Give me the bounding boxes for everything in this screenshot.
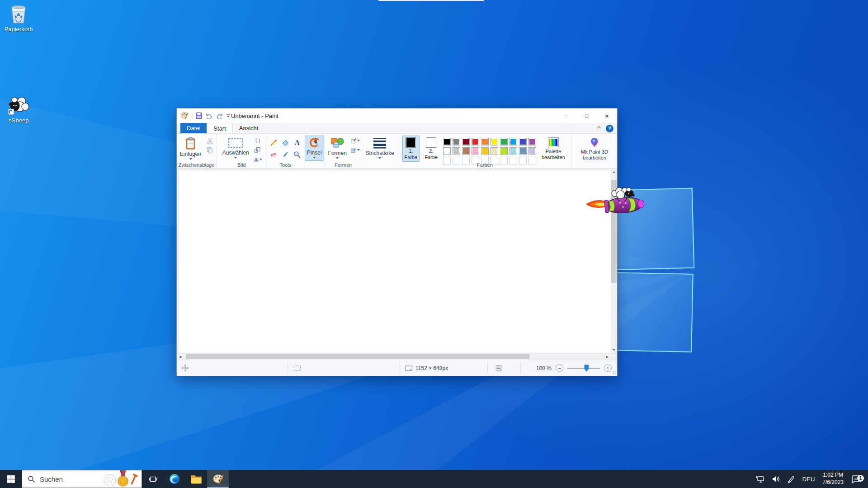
shape-fill-icon (350, 147, 357, 153)
palette-swatch[interactable] (481, 147, 489, 155)
stroke-size-button[interactable]: Strichstärke (363, 136, 396, 161)
taskbar-item-paint[interactable] (207, 470, 229, 488)
stroke-size-caret (378, 157, 381, 159)
palette-swatch[interactable] (491, 138, 498, 145)
palette-swatch[interactable] (500, 147, 508, 155)
taskbar-search[interactable] (22, 470, 142, 488)
resize-button[interactable] (252, 146, 263, 154)
desktop-icon-papierkorb[interactable]: Papierkorb (1, 4, 36, 33)
shapes-button[interactable]: Formen (326, 136, 349, 160)
select-dropdown-caret (234, 157, 237, 159)
paste-button[interactable]: Einfügen (178, 136, 203, 161)
clock[interactable]: 1:02 PM 7/6/2023 (819, 472, 847, 486)
tab-start[interactable]: Start (207, 123, 232, 133)
magnifier-tool[interactable] (292, 149, 302, 160)
save-icon[interactable] (195, 112, 203, 119)
desktop-icon-esheep[interactable]: eSheep (1, 93, 36, 124)
desktop: Papierkorb eSheep (0, 0, 868, 488)
zoom-slider-thumb[interactable] (584, 365, 589, 372)
scissors-icon (207, 137, 213, 144)
esheep-rocket-character[interactable] (585, 185, 645, 217)
palette-swatch[interactable] (519, 147, 527, 155)
palette-swatch[interactable] (453, 147, 460, 155)
maximize-button[interactable]: □ (576, 108, 597, 123)
pen-tray-button[interactable] (783, 470, 798, 488)
language-indicator[interactable]: DEU (798, 476, 819, 483)
shape-outline-button[interactable] (350, 136, 361, 145)
palette-swatch[interactable] (443, 147, 451, 155)
ribbon-group-tools: A (267, 134, 304, 168)
edit-palette-button[interactable]: Palette bearbeiten (539, 136, 567, 160)
eyedropper-icon (282, 151, 289, 158)
resize-grip[interactable] (613, 371, 616, 375)
color-picker-tool[interactable] (280, 149, 290, 160)
magnifier-icon (293, 151, 301, 158)
palette-swatch[interactable] (472, 147, 479, 155)
horizontal-scroll-thumb[interactable] (186, 354, 529, 359)
palette-swatch[interactable] (491, 147, 498, 155)
taskbar-item-file-explorer[interactable] (185, 470, 207, 488)
scroll-right-icon[interactable]: ▶ (604, 353, 611, 360)
close-button[interactable]: × (597, 108, 617, 123)
tab-datei[interactable]: Datei (180, 123, 207, 133)
customize-qat-dropdown-icon[interactable] (226, 113, 231, 118)
search-icon (28, 475, 35, 483)
color1-button[interactable]: 1. Farbe (402, 136, 420, 162)
color2-button[interactable]: 2. Farbe (423, 136, 440, 162)
palette-swatch[interactable] (453, 138, 460, 145)
scroll-down-icon[interactable]: ▼ (611, 347, 617, 353)
select-button[interactable]: Auswählen (220, 136, 251, 160)
pencil-tool[interactable] (269, 137, 278, 148)
desktop-icon-label: Papierkorb (5, 26, 33, 33)
palette-swatch[interactable] (462, 147, 470, 155)
brush-icon (308, 137, 321, 149)
edit-paint3d-button[interactable]: Mit Paint 3D bearbeiten (575, 136, 614, 161)
palette-swatch[interactable] (500, 138, 508, 145)
cut-button[interactable] (204, 136, 215, 145)
start-button[interactable] (0, 470, 22, 488)
shortcut-arrow-icon (8, 109, 14, 115)
eraser-icon (270, 151, 277, 158)
brush-label: Pinsel (307, 150, 322, 156)
eraser-tool[interactable] (269, 149, 278, 160)
taskbar-item-edge[interactable] (164, 470, 185, 488)
search-highlight-art[interactable] (103, 470, 138, 488)
palette-swatch[interactable] (509, 147, 517, 155)
text-tool-icon: A (295, 139, 300, 147)
search-input[interactable] (40, 475, 98, 483)
palette-swatch[interactable] (481, 138, 489, 145)
zoom-in-button[interactable]: + (604, 364, 612, 372)
notification-badge: 1 (857, 475, 864, 482)
palette-swatch[interactable] (509, 138, 517, 145)
brush-button[interactable]: Pinsel (305, 136, 324, 161)
help-icon[interactable]: ? (606, 125, 613, 132)
palette-swatch[interactable] (443, 138, 451, 145)
text-tool[interactable]: A (292, 137, 302, 148)
scroll-left-icon[interactable]: ◀ (177, 353, 184, 360)
minimize-button[interactable]: − (556, 108, 576, 123)
crop-button[interactable] (252, 136, 263, 145)
scroll-up-icon[interactable]: ▲ (611, 169, 617, 175)
paint-canvas[interactable] (179, 171, 611, 353)
zoom-level-text: 100 % (536, 365, 552, 371)
volume-tray-button[interactable] (768, 470, 783, 488)
action-center-button[interactable]: 1 (847, 474, 866, 484)
palette-swatch[interactable] (519, 138, 527, 145)
palette-swatch[interactable] (528, 138, 536, 145)
task-view-button[interactable] (142, 470, 164, 488)
tab-ansicht[interactable]: Ansicht (233, 123, 265, 133)
horizontal-scrollbar[interactable]: ◀ ▶ (177, 353, 617, 360)
redo-icon[interactable] (216, 112, 223, 119)
shape-fill-caret (357, 149, 360, 151)
zoom-out-button[interactable]: − (556, 364, 563, 372)
palette-swatch[interactable] (472, 138, 479, 145)
zoom-slider[interactable] (567, 368, 600, 369)
copy-button[interactable] (204, 146, 215, 154)
fill-tool[interactable] (280, 137, 290, 148)
palette-swatch[interactable] (462, 138, 470, 145)
collapse-ribbon-icon[interactable]: ^ (597, 125, 601, 131)
palette-swatch[interactable] (528, 147, 536, 155)
shape-fill-button[interactable] (350, 146, 361, 154)
network-tray-button[interactable] (753, 470, 768, 488)
undo-icon[interactable] (205, 112, 213, 119)
